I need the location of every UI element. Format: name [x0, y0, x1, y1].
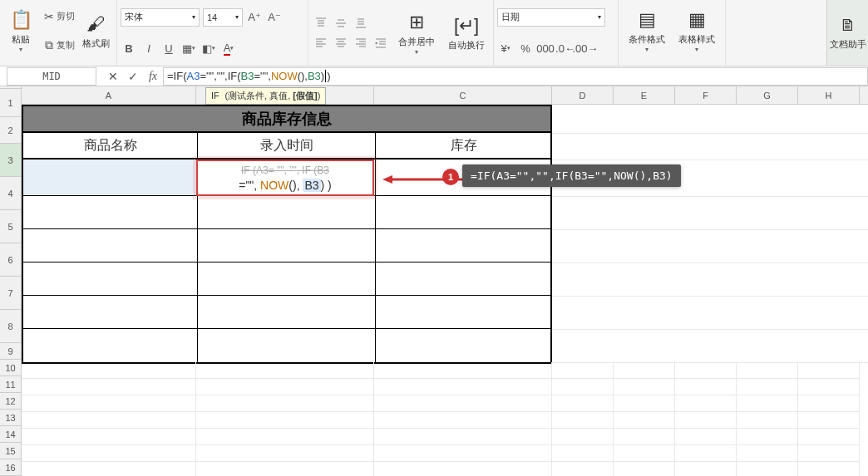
styles-group: ▤ 条件格式▾ ▦ 表格样式▾: [619, 0, 726, 66]
bold-button[interactable]: B: [121, 39, 137, 57]
fill-color-button[interactable]: ◧▾: [200, 39, 217, 57]
scissors-icon: ✂: [42, 10, 57, 23]
col-header[interactable]: D: [552, 86, 614, 104]
row-header[interactable]: 11: [0, 376, 21, 393]
sheet: 1 2 3 4 5 6 7 8 9 10 11 12 13 14 15 16 A…: [0, 86, 868, 476]
format-painter-label: 格式刷: [82, 37, 110, 50]
clipboard-group: 📋 粘贴 ▾ ✂剪切 ⧉复制 🖌 格式刷: [0, 0, 117, 66]
align-center-button[interactable]: [332, 34, 350, 52]
indent-button[interactable]: [372, 34, 390, 52]
brush-icon: 🖌: [86, 12, 105, 36]
table-row[interactable]: [23, 229, 550, 263]
table-row[interactable]: [23, 296, 550, 329]
styles-icon: ▦: [688, 8, 706, 32]
col-header[interactable]: G: [737, 86, 798, 104]
ribbon: 📋 粘贴 ▾ ✂剪切 ⧉复制 🖌 格式刷 宋体▾ 14▾ A⁺ A⁻ B I U…: [0, 0, 868, 66]
table-row[interactable]: [23, 329, 550, 362]
editing-cell-b3[interactable]: IF (A3= "", "", IF (B3 ="", NOW(), B3) ): [196, 159, 374, 196]
comma-button[interactable]: 000: [537, 39, 554, 57]
format-painter-button[interactable]: 🖌 格式刷: [78, 2, 113, 60]
align-middle-button[interactable]: [332, 14, 350, 32]
table-header-cell[interactable]: 商品名称: [23, 133, 198, 158]
conditional-format-button[interactable]: ▤ 条件格式▾: [622, 2, 672, 60]
formula-input[interactable]: =IF(A3="","",IF(B3="",NOW(),B3)): [163, 67, 868, 86]
row-header[interactable]: 7: [0, 277, 21, 310]
align-bottom-button[interactable]: [352, 14, 370, 32]
row-header[interactable]: 12: [0, 393, 21, 410]
wrap-text-button[interactable]: [↵] 自动换行: [443, 4, 490, 62]
formula-tooltip: IF (测试条件, 真值, [假值]): [205, 87, 326, 105]
decrease-decimal-button[interactable]: .0←: [557, 39, 574, 57]
font-color-button[interactable]: A▾: [220, 39, 237, 57]
formula-bar: MID ✕ ✓ fx =IF(A3="","",IF(B3="",NOW(),B…: [0, 66, 868, 86]
row-header[interactable]: 9: [0, 343, 21, 360]
underline-button[interactable]: U: [160, 39, 177, 57]
paste-icon: 📋: [10, 8, 32, 32]
row-header[interactable]: 14: [0, 426, 21, 443]
percent-button[interactable]: %: [517, 39, 534, 57]
confirm-edit-button[interactable]: ✓: [123, 66, 143, 86]
col-header[interactable]: E: [614, 86, 675, 104]
cut-button[interactable]: ✂剪切: [38, 7, 78, 26]
paste-label: 粘贴: [12, 33, 30, 46]
row-header[interactable]: 8: [0, 310, 21, 343]
row-header[interactable]: 10: [0, 360, 21, 376]
doc-assist-button[interactable]: 🗎 文档助手: [826, 0, 868, 66]
align-group: ⊞ 合并居中▾ [↵] 自动换行: [308, 0, 494, 66]
cell-styles-button[interactable]: ▦ 表格样式▾: [672, 2, 722, 60]
cancel-edit-button[interactable]: ✕: [103, 66, 123, 86]
fx-button[interactable]: fx: [143, 66, 163, 86]
copy-button[interactable]: ⧉复制: [38, 37, 78, 55]
increase-font-button[interactable]: A⁺: [246, 8, 263, 27]
border-button[interactable]: ▦▾: [180, 39, 197, 57]
merge-center-button[interactable]: ⊞ 合并居中▾: [393, 4, 440, 62]
table-row[interactable]: [23, 263, 550, 296]
row-header[interactable]: 6: [0, 243, 21, 277]
font-group: 宋体▾ 14▾ A⁺ A⁻ B I U ▦▾ ◧▾ A▾: [117, 0, 308, 66]
col-headers: A B C D E F G H: [22, 86, 868, 105]
table-header-cell[interactable]: 库存: [376, 133, 552, 158]
merge-icon: ⊞: [409, 11, 424, 34]
align-top-button[interactable]: [312, 14, 330, 32]
col-header[interactable]: H: [798, 86, 860, 104]
table-header-cell[interactable]: 录入时间: [198, 133, 376, 158]
row-header[interactable]: 16: [0, 459, 21, 476]
table-header-row: 商品名称 录入时间 库存: [22, 133, 552, 159]
row-header[interactable]: 2: [0, 117, 21, 144]
align-left-button[interactable]: [312, 34, 330, 52]
row-header[interactable]: 5: [0, 210, 21, 243]
col-header[interactable]: A: [22, 86, 196, 104]
doc-icon: 🗎: [840, 16, 856, 35]
wrap-icon: [↵]: [454, 14, 479, 37]
number-format-combo[interactable]: 日期▾: [497, 8, 605, 27]
increase-decimal-button[interactable]: .00→: [577, 39, 594, 57]
row-header[interactable]: 15: [0, 443, 21, 459]
table-title[interactable]: 商品库存信息: [22, 105, 552, 133]
paste-button[interactable]: 📋 粘贴 ▾: [3, 2, 38, 60]
italic-button[interactable]: I: [141, 39, 157, 57]
decrease-font-button[interactable]: A⁻: [266, 8, 283, 27]
align-right-button[interactable]: [352, 34, 370, 52]
table-row[interactable]: [23, 196, 550, 229]
row-header[interactable]: 4: [0, 177, 21, 210]
font-name-combo[interactable]: 宋体▾: [121, 8, 200, 27]
svg-marker-1: [382, 175, 392, 184]
row-header[interactable]: 3: [0, 144, 21, 177]
name-box[interactable]: MID: [7, 67, 96, 86]
cond-format-icon: ▤: [639, 8, 656, 32]
row-header[interactable]: 1: [0, 89, 21, 117]
currency-button[interactable]: ¥▾: [497, 39, 514, 57]
callout-text: =IF(A3="","",IF(B3="",NOW(),B3): [462, 164, 681, 187]
font-size-combo[interactable]: 14▾: [203, 8, 243, 27]
number-group: 日期▾ ¥▾ % 000 .0← .00→: [494, 0, 619, 66]
callout-badge: 1: [442, 169, 459, 185]
row-header[interactable]: 13: [0, 410, 21, 426]
col-header[interactable]: F: [675, 86, 737, 104]
col-header[interactable]: C: [374, 86, 552, 104]
copy-icon: ⧉: [42, 38, 57, 52]
row-headers: 1 2 3 4 5 6 7 8 9 10 11 12 13 14 15 16: [0, 89, 22, 476]
